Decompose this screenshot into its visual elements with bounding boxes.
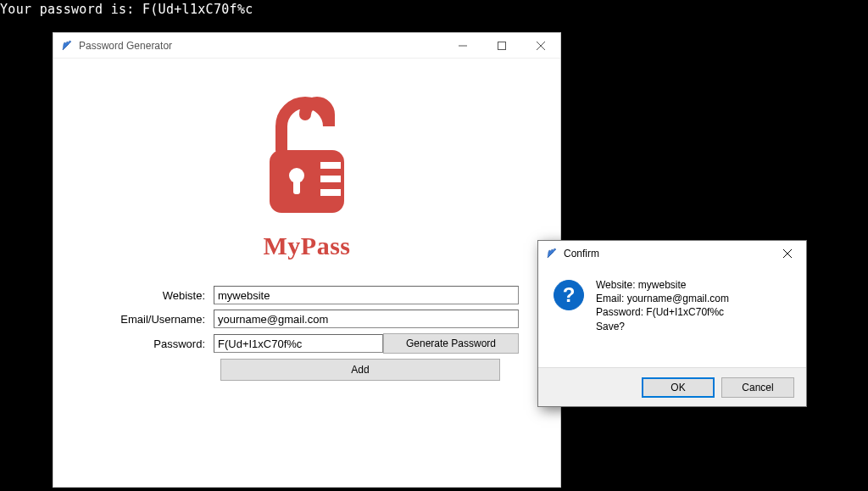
maximize-button[interactable] xyxy=(482,33,521,59)
app-feather-icon xyxy=(60,39,74,53)
form: Webiste: Email/Username: Password: Gener… xyxy=(95,286,519,386)
website-label: Webiste: xyxy=(95,289,214,302)
dialog-title: Confirm xyxy=(564,248,599,259)
close-button[interactable] xyxy=(521,33,560,59)
window-title: Password Generator xyxy=(79,40,172,52)
svg-rect-10 xyxy=(320,189,341,196)
svg-rect-7 xyxy=(293,179,300,194)
question-icon: ? xyxy=(554,280,584,310)
password-label: Password: xyxy=(95,338,214,350)
email-input[interactable] xyxy=(214,310,519,328)
logo-text: MyPass xyxy=(264,232,351,260)
website-input[interactable] xyxy=(214,286,519,304)
padlock-icon xyxy=(248,84,366,237)
password-input[interactable] xyxy=(214,334,383,353)
svg-rect-9 xyxy=(320,176,341,182)
dialog-msg-line: Save? xyxy=(596,320,729,333)
cancel-button[interactable]: Cancel xyxy=(721,377,794,398)
dialog-msg-line: Website: mywebsite xyxy=(596,278,729,292)
dialog-close-button[interactable] xyxy=(769,241,806,266)
logo: MyPass xyxy=(248,84,366,260)
minimize-button[interactable] xyxy=(443,33,482,59)
terminal-output: Your password is: F(Ud+l1xC70f%c xyxy=(0,0,868,17)
dialog-body: ? Website: mywebsite Email: yourname@gma… xyxy=(538,266,806,367)
dialog-titlebar: Confirm xyxy=(538,241,806,266)
main-content: MyPass Webiste: Email/Username: Password… xyxy=(53,59,560,411)
confirm-dialog: Confirm ? Website: mywebsite Email: your… xyxy=(537,240,807,407)
dialog-message: Website: mywebsite Email: yourname@gmail… xyxy=(596,278,729,359)
dialog-feather-icon xyxy=(545,247,559,260)
dialog-msg-line: Email: yourname@gmail.com xyxy=(596,292,729,305)
svg-rect-2 xyxy=(498,42,506,49)
main-titlebar: Password Generator xyxy=(53,33,560,59)
generate-password-button[interactable]: Generate Password xyxy=(383,333,519,354)
ok-button[interactable]: OK xyxy=(642,377,715,398)
password-generator-window: Password Generator xyxy=(53,32,561,488)
email-label: Email/Username: xyxy=(95,313,214,326)
svg-rect-8 xyxy=(320,162,341,169)
dialog-msg-line: Password: F(Ud+I1xC70f%c xyxy=(596,305,729,319)
dialog-footer: OK Cancel xyxy=(538,367,806,406)
add-button[interactable]: Add xyxy=(220,359,500,381)
